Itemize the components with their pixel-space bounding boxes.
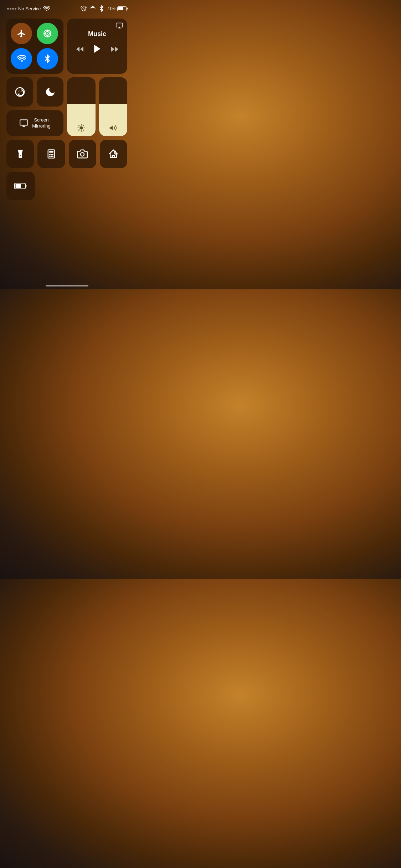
svg-point-5 bbox=[21, 60, 22, 62]
row-shortcuts bbox=[6, 140, 127, 168]
bluetooth-button[interactable] bbox=[37, 48, 58, 69]
volume-icon bbox=[109, 124, 117, 132]
battery-percent: 71% bbox=[107, 6, 115, 11]
airplay-icon bbox=[116, 22, 123, 29]
airplane-icon bbox=[17, 29, 26, 38]
row-battery bbox=[6, 172, 127, 200]
airplay-button[interactable] bbox=[116, 22, 123, 31]
music-title: Music bbox=[88, 30, 106, 38]
row-connectivity-music: Music bbox=[6, 19, 127, 74]
bluetooth-tile-icon bbox=[43, 54, 52, 63]
sliders-container bbox=[67, 77, 127, 136]
location-icon bbox=[89, 5, 96, 12]
wifi-icon bbox=[17, 54, 26, 63]
left-controls: ScreenMirroring bbox=[6, 77, 63, 136]
svg-rect-14 bbox=[49, 151, 53, 153]
svg-rect-15 bbox=[49, 154, 51, 155]
svg-rect-24 bbox=[16, 184, 21, 188]
battery-icon bbox=[117, 6, 127, 11]
alarm-icon bbox=[80, 5, 87, 12]
status-left: No Service bbox=[7, 5, 50, 12]
music-tile[interactable]: Music bbox=[67, 19, 127, 74]
signal-dot-4 bbox=[15, 8, 16, 10]
svg-rect-19 bbox=[51, 156, 52, 157]
do-not-disturb-button[interactable] bbox=[37, 77, 63, 107]
battery-fill bbox=[118, 7, 124, 10]
orientation-lock-button[interactable] bbox=[6, 77, 33, 107]
status-right: 71% bbox=[80, 5, 127, 12]
play-button[interactable] bbox=[92, 43, 103, 57]
svg-rect-18 bbox=[49, 156, 51, 157]
flashlight-icon bbox=[15, 149, 25, 159]
svg-point-21 bbox=[81, 153, 84, 156]
connectivity-tile[interactable] bbox=[6, 19, 63, 74]
svg-rect-20 bbox=[52, 156, 53, 157]
flashlight-button[interactable] bbox=[6, 140, 34, 168]
brightness-slider[interactable] bbox=[67, 77, 96, 136]
row-2: ScreenMirroring bbox=[6, 77, 127, 136]
orientation-lock-icon bbox=[14, 86, 26, 98]
signal-dot-2 bbox=[10, 8, 11, 10]
airplane-mode-button[interactable] bbox=[11, 23, 32, 44]
play-icon bbox=[92, 43, 103, 54]
wifi-button[interactable] bbox=[11, 48, 32, 69]
calculator-button[interactable] bbox=[37, 140, 65, 168]
battery-status bbox=[117, 6, 127, 11]
signal-dot-1 bbox=[7, 8, 9, 10]
fastforward-icon bbox=[110, 45, 119, 53]
svg-rect-9 bbox=[20, 120, 28, 125]
screen-mirroring-label: ScreenMirroring bbox=[32, 117, 50, 129]
camera-icon bbox=[77, 149, 88, 159]
status-bar: No Service 71% bbox=[0, 0, 134, 15]
screen-mirroring-icon bbox=[19, 119, 29, 128]
fastforward-button[interactable] bbox=[110, 45, 119, 55]
cellular-data-button[interactable] bbox=[37, 23, 58, 44]
svg-marker-7 bbox=[94, 45, 101, 53]
home-icon bbox=[108, 149, 119, 159]
small-tiles-row bbox=[6, 77, 63, 107]
brightness-icon bbox=[77, 124, 85, 132]
wifi-status-icon bbox=[43, 5, 50, 12]
svg-rect-17 bbox=[52, 154, 53, 155]
cellular-icon bbox=[43, 29, 52, 38]
calculator-icon bbox=[46, 149, 56, 159]
screen-mirroring-button[interactable]: ScreenMirroring bbox=[6, 110, 63, 136]
svg-point-10 bbox=[79, 126, 83, 129]
volume-slider[interactable] bbox=[99, 77, 128, 136]
camera-button[interactable] bbox=[69, 140, 96, 168]
control-center: Music bbox=[0, 15, 134, 204]
do-not-disturb-icon bbox=[45, 86, 56, 98]
home-button[interactable] bbox=[100, 140, 127, 168]
svg-marker-6 bbox=[118, 27, 121, 29]
battery-shortcut-icon bbox=[14, 182, 27, 190]
bluetooth-icon bbox=[98, 5, 105, 12]
signal-dot-3 bbox=[12, 8, 14, 10]
no-service-text: No Service bbox=[18, 6, 41, 11]
svg-point-0 bbox=[46, 10, 47, 11]
rewind-icon bbox=[76, 45, 84, 53]
home-indicator[interactable] bbox=[46, 285, 88, 286]
signal-dots bbox=[7, 8, 16, 10]
rewind-button[interactable] bbox=[76, 45, 84, 55]
svg-rect-16 bbox=[51, 154, 52, 155]
svg-point-4 bbox=[47, 33, 48, 34]
music-controls bbox=[76, 43, 119, 57]
svg-point-12 bbox=[20, 155, 21, 156]
battery-shortcut-button[interactable] bbox=[6, 172, 35, 200]
